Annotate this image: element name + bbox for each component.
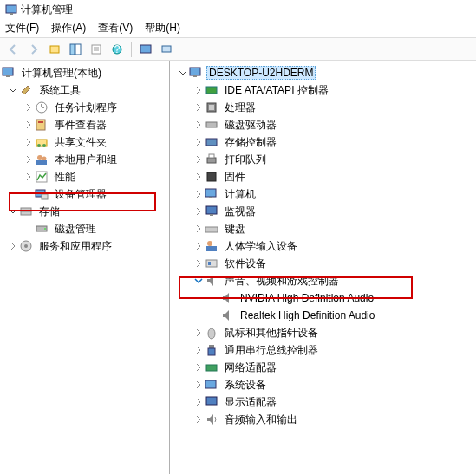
device-mouse[interactable]: 鼠标和其他指针设备: [170, 324, 476, 341]
device-label: 软件设备: [222, 256, 269, 272]
up-button[interactable]: [45, 41, 64, 58]
device-storage-ctrl[interactable]: 存储控制器: [170, 133, 476, 151]
device-computer[interactable]: DESKTOP-U2HDERM: [170, 64, 476, 81]
svg-rect-46: [206, 206, 217, 214]
chevron-right-icon[interactable]: [192, 153, 205, 166]
device-system-dev[interactable]: 系统设备: [170, 376, 476, 393]
tree-label: 磁盘管理: [52, 221, 99, 237]
svg-point-49: [207, 241, 212, 246]
chevron-right-icon[interactable]: [192, 413, 205, 425]
tree-shared-folders[interactable]: 共享文件夹: [0, 133, 169, 151]
device-ide[interactable]: IDE ATA/ATAPI 控制器: [170, 81, 476, 99]
device-processor[interactable]: 处理器: [170, 99, 476, 116]
ide-icon: [205, 83, 218, 97]
forward-button[interactable]: [24, 41, 43, 58]
monitor-icon: [205, 205, 218, 218]
chevron-right-icon[interactable]: [192, 327, 205, 339]
device-label: 处理器: [222, 100, 258, 116]
device-computer-cat[interactable]: 计算机: [170, 185, 476, 203]
device-audio-io[interactable]: 音频输入和输出: [170, 411, 476, 428]
chevron-right-icon[interactable]: [192, 205, 205, 218]
svg-rect-39: [206, 122, 217, 127]
menu-action[interactable]: 操作(A): [51, 21, 86, 36]
device-sound[interactable]: 声音、视频和游戏控制器: [170, 272, 476, 289]
chevron-right-icon[interactable]: [23, 136, 35, 148]
tree-task-scheduler[interactable]: 任务计划程序: [0, 99, 169, 116]
left-tree-pane: 计算机管理(本地) 系统工具 任务计划程序 事件查看器 共享文件夹 本地用户和组: [0, 61, 170, 474]
device-firmware[interactable]: 固件: [170, 168, 476, 185]
device-list-button[interactable]: [136, 41, 155, 58]
svg-rect-0: [6, 5, 16, 13]
device-display[interactable]: 显示适配器: [170, 393, 476, 411]
properties-button[interactable]: [87, 41, 106, 58]
tree-performance[interactable]: 性能: [0, 168, 169, 185]
chevron-right-icon[interactable]: [7, 240, 19, 252]
svg-text:?: ?: [114, 43, 121, 55]
back-button[interactable]: [3, 41, 23, 58]
chevron-down-icon[interactable]: [7, 84, 19, 96]
device-label: Realtek High Definition Audio: [238, 308, 377, 322]
chevron-right-icon[interactable]: [23, 171, 35, 183]
chevron-right-icon[interactable]: [192, 84, 205, 96]
chevron-right-icon[interactable]: [192, 379, 205, 391]
chevron-right-icon[interactable]: [192, 119, 205, 131]
svg-rect-56: [206, 365, 217, 371]
svg-rect-29: [21, 211, 31, 215]
chevron-right-icon[interactable]: [23, 153, 35, 166]
device-sound-realtek[interactable]: Realtek High Definition Audio: [170, 307, 476, 324]
refresh-button[interactable]: [157, 41, 176, 58]
chevron-down-icon[interactable]: [177, 67, 189, 79]
keyboard-icon: [205, 222, 218, 236]
svg-point-53: [208, 328, 215, 339]
tree-label: 系统工具: [36, 82, 83, 99]
chevron-right-icon[interactable]: [192, 361, 205, 373]
svg-rect-38: [209, 105, 214, 110]
device-manager-icon: [35, 187, 49, 201]
chevron-right-icon[interactable]: [23, 101, 35, 114]
device-label: 固件: [222, 169, 248, 185]
device-keyboard[interactable]: 键盘: [170, 220, 476, 237]
disk-icon: [35, 222, 49, 236]
chevron-down-icon[interactable]: [192, 275, 205, 287]
chevron-right-icon[interactable]: [192, 136, 205, 148]
chevron-down-icon[interactable]: [7, 205, 19, 218]
device-network[interactable]: 网络适配器: [170, 359, 476, 376]
svg-rect-43: [207, 172, 216, 181]
chevron-right-icon[interactable]: [192, 240, 205, 252]
desktop-icon: [189, 66, 203, 80]
chevron-right-icon[interactable]: [192, 344, 205, 356]
device-sound-nvidia[interactable]: NVIDIA High Definition Audio: [170, 289, 476, 307]
device-software[interactable]: 软件设备: [170, 255, 476, 272]
menu-file[interactable]: 文件(F): [5, 21, 39, 36]
svg-point-22: [37, 155, 42, 160]
chevron-right-icon[interactable]: [192, 101, 205, 114]
device-disk-drive[interactable]: 磁盘驱动器: [170, 116, 476, 133]
firmware-icon: [205, 170, 218, 184]
device-hid[interactable]: 人体学输入设备: [170, 237, 476, 255]
menu-help[interactable]: 帮助(H): [145, 21, 180, 36]
chevron-right-icon[interactable]: [192, 188, 205, 200]
tree-storage[interactable]: 存储: [0, 203, 169, 220]
chevron-right-icon[interactable]: [23, 119, 35, 131]
show-hide-button[interactable]: [66, 41, 85, 58]
help-button[interactable]: ?: [108, 41, 127, 58]
device-print-queue[interactable]: 打印队列: [170, 151, 476, 168]
chevron-right-icon[interactable]: [192, 171, 205, 183]
right-device-tree-pane: DESKTOP-U2HDERM IDE ATA/ATAPI 控制器 处理器 磁盘…: [170, 61, 476, 474]
users-icon: [35, 153, 49, 166]
tree-local-users[interactable]: 本地用户和组: [0, 151, 169, 168]
device-monitor[interactable]: 监视器: [170, 203, 476, 220]
device-usb[interactable]: 通用串行总线控制器: [170, 341, 476, 359]
chevron-right-icon[interactable]: [192, 396, 205, 408]
tree-event-viewer[interactable]: 事件查看器: [0, 116, 169, 133]
tree-system-tools[interactable]: 系统工具: [0, 81, 169, 99]
tree-device-manager[interactable]: 设备管理器: [0, 185, 169, 203]
mouse-icon: [205, 326, 218, 340]
tree-disk-management[interactable]: 磁盘管理: [0, 220, 169, 237]
menu-view[interactable]: 查看(V): [98, 21, 133, 36]
tree-root[interactable]: 计算机管理(本地): [0, 64, 169, 81]
tree-services[interactable]: 服务和应用程序: [0, 237, 169, 255]
svg-rect-34: [190, 68, 200, 75]
chevron-right-icon[interactable]: [192, 223, 205, 235]
chevron-right-icon[interactable]: [192, 257, 205, 269]
